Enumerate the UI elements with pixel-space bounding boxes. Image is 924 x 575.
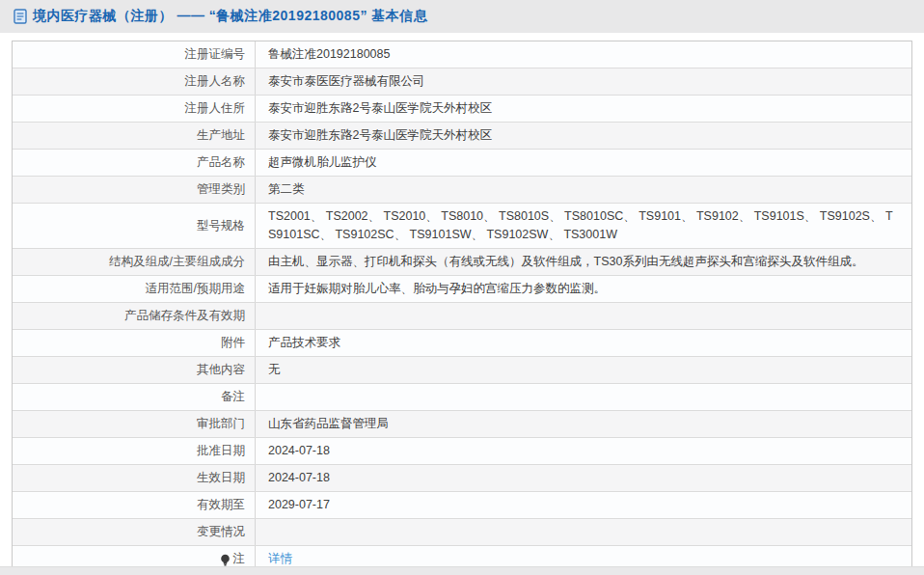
row-label-text: 产品储存条件及有效期 [124,307,245,325]
row-label-text: 备注 [221,388,245,406]
row-label-text: 注册证编号 [185,45,246,64]
row-label-text: 注册人住所 [185,99,246,118]
row-value [256,519,911,545]
table-row: 注册证编号鲁械注准20192180085 [13,41,911,68]
row-value: 泰安市泰医医疗器械有限公司 [256,68,911,95]
row-value: 无 [256,357,911,383]
row-label: 有效期至 [13,492,256,518]
row-label: 审批部门 [13,411,256,437]
row-value-text: 山东省药品监督管理局 [268,415,389,433]
row-value: 2029-07-17 [256,492,911,518]
table-row: 审批部门山东省药品监督管理局 [13,411,911,438]
row-value-text: 无 [268,361,281,379]
row-label-text: 产品名称 [197,153,245,172]
row-value [256,303,911,329]
row-value-text: 第二类 [268,180,305,199]
table-row: 变更情况 [13,519,911,546]
table-row: 批准日期2024-07-18 [13,438,911,465]
row-label: 产品储存条件及有效期 [13,303,256,329]
row-value-text: 产品技术要求 [268,334,340,352]
table-row: 产品名称超声微机胎儿监护仪 [13,150,911,177]
row-label-text: 有效期至 [197,496,245,514]
table-row: 备注 [13,384,911,411]
table-row: 管理类别第二类 [13,177,911,204]
row-value: 2024-07-18 [256,465,911,491]
page-title: 境内医疗器械（注册） —— “鲁械注准20192180085” 基本信息 [33,8,427,25]
row-value-text: 泰安市迎胜东路2号泰山医学院天外村校区 [268,126,492,145]
row-value-text: 鲁械注准20192180085 [268,45,390,64]
row-label-text: 生效日期 [197,469,245,487]
row-value-text: TS2001、 TS2002、 TS2010、 TS8010、 TS8010S、… [268,207,898,244]
row-value [256,384,911,410]
row-label: 注册人住所 [13,96,256,122]
table-row: 附件产品技术要求 [13,330,911,357]
row-value: 由主机、显示器、打印机和探头（有线或无线）及软件组成，TS30系列由无线超声探头… [256,249,911,275]
row-value: 泰安市迎胜东路2号泰山医学院天外村校区 [256,96,911,122]
row-label-text: 适用范围/预期用途 [146,280,245,298]
table-row: 型号规格TS2001、 TS2002、 TS2010、 TS8010、 TS80… [13,204,911,249]
row-label-text: 注册人名称 [185,72,246,91]
row-label-text: 变更情况 [197,523,245,541]
row-value: 第二类 [256,177,911,203]
row-label: 适用范围/预期用途 [13,276,256,302]
table-row: 产品储存条件及有效期 [13,303,911,330]
row-value-text: 超声微机胎儿监护仪 [268,153,377,172]
row-label: 批准日期 [13,438,256,464]
table-row: 其他内容无 [13,357,911,384]
row-value: 泰安市迎胜东路2号泰山医学院天外村校区 [256,123,911,149]
row-value: 适用于妊娠期对胎儿心率、胎动与孕妇的宫缩压力参数的监测。 [256,276,911,302]
row-value: 2024-07-18 [256,438,911,464]
row-label-text: 审批部门 [197,415,245,433]
row-value: TS2001、 TS2002、 TS2010、 TS8010、 TS8010S、… [256,204,911,248]
row-label-text: 批准日期 [197,442,245,460]
table-row: 有效期至2029-07-17 [13,492,911,519]
row-label-text: 附件 [221,334,245,352]
table-row: 注册人名称泰安市泰医医疗器械有限公司 [13,68,911,96]
next-section-strip [0,566,924,575]
row-value-text: 适用于妊娠期对胎儿心率、胎动与孕妇的宫缩压力参数的监测。 [268,280,606,298]
row-label: 注册人名称 [13,68,256,95]
info-table: 注册证编号鲁械注准20192180085注册人名称泰安市泰医医疗器械有限公司注册… [12,41,912,573]
row-label-text: 管理类别 [197,180,245,199]
row-value-text: 2029-07-17 [268,496,330,514]
row-value-text: 2024-07-18 [268,442,330,460]
row-label: 生产地址 [13,123,256,149]
row-label-text: 结构及组成/主要组成成分 [109,253,245,271]
row-label: 附件 [13,330,256,356]
document-icon [14,9,27,24]
row-label-text: 型号规格 [197,217,245,235]
row-label-text: 生产地址 [197,126,245,145]
row-label: 型号规格 [13,204,256,248]
row-label: 其他内容 [13,357,256,383]
row-label: 生效日期 [13,465,256,491]
table-row: 生效日期2024-07-18 [13,465,911,492]
row-value-text: 2024-07-18 [268,469,330,487]
row-value-text: 由主机、显示器、打印机和探头（有线或无线）及软件组成，TS30系列由无线超声探头… [268,253,863,271]
row-value: 山东省药品监督管理局 [256,411,911,437]
row-value: 产品技术要求 [256,330,911,356]
row-label: 备注 [13,384,256,410]
row-value-text: 泰安市泰医医疗器械有限公司 [268,72,425,91]
page-header: 境内医疗器械（注册） —— “鲁械注准20192180085” 基本信息 [0,0,924,33]
table-row: 注册人住所泰安市迎胜东路2号泰山医学院天外村校区 [13,96,911,123]
row-value-text: 泰安市迎胜东路2号泰山医学院天外村校区 [268,99,492,118]
row-label: 变更情况 [13,519,256,545]
table-row: 适用范围/预期用途适用于妊娠期对胎儿心率、胎动与孕妇的宫缩压力参数的监测。 [13,276,911,303]
row-label: 产品名称 [13,150,256,176]
registration-info-page: 境内医疗器械（注册） —— “鲁械注准20192180085” 基本信息 注册证… [0,0,924,575]
row-value: 超声微机胎儿监护仪 [256,150,911,176]
table-row: 结构及组成/主要组成成分由主机、显示器、打印机和探头（有线或无线）及软件组成，T… [13,249,911,276]
row-label: 管理类别 [13,177,256,203]
row-label: 结构及组成/主要组成成分 [13,249,256,275]
bulb-icon [220,554,231,567]
row-value: 鲁械注准20192180085 [256,41,911,68]
table-row: 生产地址泰安市迎胜东路2号泰山医学院天外村校区 [13,123,911,150]
row-label-text: 其他内容 [197,361,245,379]
row-label: 注册证编号 [13,41,256,68]
